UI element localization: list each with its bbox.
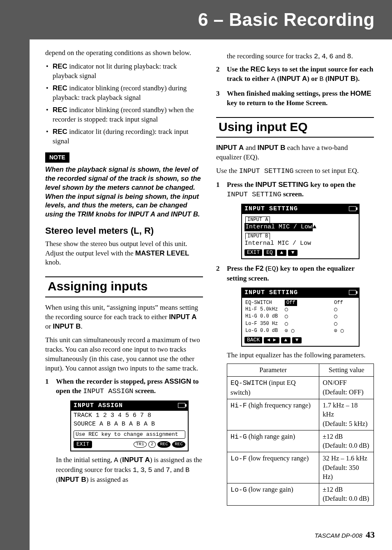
lcd-title: INPUT ASSIGN [74,402,123,410]
table-row: EQ-SWITCH (input EQ switch) ON/OFF (Defa… [227,377,374,399]
assign-para-2: This unit can simultaneously record a ma… [45,336,203,373]
note-badge: NOTE [45,152,69,163]
step-3: 3 When finished making settings, press t… [216,89,374,108]
battery-icon [349,206,356,211]
intro-continuation: depend on the operating conditions as sh… [45,48,203,58]
track-num: 4 [322,53,326,60]
knob-icon: ⊙ ◯ [285,328,334,334]
screen-name: INPUT SETTING [227,191,281,198]
lcd-screen: INPUT SETTING EQ-SWITCHOffOff Hi-F 5.0kH… [241,288,360,347]
back-softkey: BACK [244,337,262,343]
up-softkey: ▲ [281,337,291,343]
param-cell: Lo-F (low frequency range) [227,452,319,483]
text: and [334,52,347,60]
note-text: When the playback signal is shown, the l… [45,165,203,219]
lcd-title-row: INPUT SETTING [242,288,359,298]
text: In the initial setting, [56,456,114,464]
knob-icon: ◯ [334,313,363,320]
list-item: REC indicator lit (during recording): tr… [45,127,203,146]
text: Use the [227,65,251,73]
track-num: 1 [133,466,137,474]
value-cell: ±12 dB (Default: 0.0 dB) [319,430,374,452]
lcd-row: TRACK 1 2 3 4 5 6 7 8 [71,412,188,420]
eq-para-2: Use the INPUT SETTING screen to set inpu… [216,166,374,176]
text: screen. [281,190,304,198]
text: . [351,52,353,60]
col-parameter: Parameter [227,364,319,377]
param-cell: EQ-SWITCH (input EQ switch) [227,377,319,399]
step-2: 2 Use the REC keys to set the input sour… [216,65,374,84]
table-row: Hi-F (high frequency range) 1.7 kHz – 18… [227,399,374,430]
step-number: 2 [216,65,220,74]
home-key-label: HOME [350,90,371,97]
input-setting-key: INPUT SETTING [256,181,309,189]
up-softkey: ▲ [277,250,286,256]
page-content: depend on the operating conditions as sh… [45,48,374,511]
lcd-input-setting: INPUT SETTING INPUT A Internal MIC / Low… [241,204,360,260]
eq-step-2: 2 Press the F2 (EQ) key to open the equa… [216,264,374,505]
eq-steps: 1 Press the INPUT SETTING key to open th… [216,180,374,506]
track-oval: 2 [148,441,156,448]
eq-row-label: Lo-G 0.0 dB [245,328,285,334]
eq-row-label: Hi-F 5.0kHz [245,306,285,313]
track-num: 8 [347,53,351,60]
eq-row-label: EQ-SWITCH [245,300,285,306]
param-rest: (high frequency range) [247,401,311,409]
step-1-followup: In the initial setting, A (INPUT A) is a… [56,456,203,485]
track-oval: REC [157,441,171,448]
step-body: When the recorder is stopped, press ASSI… [56,377,203,396]
left-margin-strip [0,0,30,550]
eq-params-grid: EQ-SWITCHOffOff Hi-F 5.0kHz◯◯ Hi-G 0.0 d… [242,299,359,336]
lcd-screen: INPUT ASSIGN TRACK 1 2 3 4 5 6 7 8 SOURC… [70,400,189,451]
text: When the recorder is stopped, press [56,377,164,385]
screen-name: INPUT ASSIGN [83,387,133,395]
step-body: Press the F2 (EQ) key to open the equali… [227,264,374,283]
leftright-softkey: ◄ ► [264,337,279,343]
text: screen to set input EQ. [293,167,359,175]
lcd-tab-b: INPUT B [245,233,270,239]
list-text: indicator not lit during playback: track… [53,62,177,80]
lcd-body: EQ-SWITCHOffOff Hi-F 5.0kHz◯◯ Hi-G 0.0 d… [242,298,359,346]
input-a-label: INPUT A [216,144,244,152]
lcd-softkey-row: BACK ◄ ► ▲ ▼ [242,336,359,345]
value-cell: 32 Hz – 1.6 kHz (Default: 350 Hz) [319,452,374,483]
eq-softkey: EQ [264,249,275,256]
table-row: Lo-G (low range gain) ±12 dB (Default: 0… [227,483,374,506]
lcd-softkey-row: EXIT EQ ▲ ▼ [242,248,359,258]
value-a: A [114,456,118,464]
lcd-tab-a: INPUT A [245,216,270,223]
value-a: A [271,75,275,83]
knob-icon: ◯ [334,306,363,313]
page-footer: TASCAM DP-008 43 [314,529,375,540]
track-label: TRACK [74,412,92,419]
knob-icon: ◯ [285,306,334,313]
text: knob. [45,258,61,266]
value-b: B [185,466,189,474]
param-rest: (high range gain) [247,433,295,440]
value-cell: ON/OFF (Default: OFF) [319,377,374,399]
f2-key-label: F2 [256,265,264,272]
track-values: 1 2 3 4 5 6 7 8 [96,412,151,419]
lcd-row: SOURCE A B A B A B A B [71,420,188,429]
assign-steps: 1 When the recorder is stopped, press AS… [45,377,203,484]
param-mono: EQ-SWITCH [231,379,267,387]
step-number: 1 [216,180,220,190]
lcd-line-a: Internal MIC / Low [244,223,313,232]
stereo-meters-heading: Stereo level meters (L, R) [45,225,203,237]
text: ( [118,456,122,464]
step-number: 2 [216,264,220,274]
battery-icon [349,290,356,295]
lcd-input-assign: INPUT ASSIGN TRACK 1 2 3 4 5 6 7 8 SOURC… [70,400,189,451]
step-1-continuation: the recording source for tracks 2, 4, 6 … [216,52,374,62]
exit-softkey: EXIT [244,249,262,256]
col-setting: Setting value [319,364,374,377]
text: screen. [134,387,156,395]
input-b-label: INPUT B [53,322,81,330]
text: , [137,466,141,474]
assign-steps-cont: 2 Use the REC keys to set the input sour… [216,65,374,108]
track-num: 5 [148,466,152,474]
text: , and [170,466,185,474]
knob-icon: ◯ [334,321,363,327]
right-column: the recording source for tracks 2, 4, 6 … [216,48,374,511]
list-item: REC indicator blinking (record standby) … [45,84,203,103]
